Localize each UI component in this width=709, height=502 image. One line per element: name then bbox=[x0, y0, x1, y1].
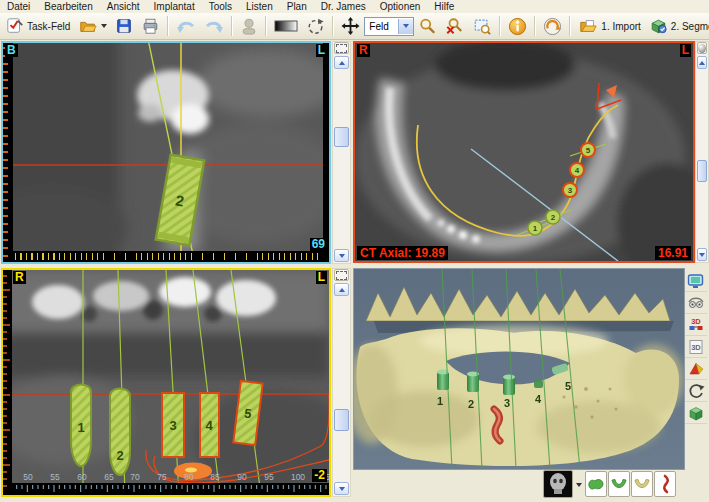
scroll-up-button[interactable] bbox=[334, 283, 349, 296]
cross-section-scrollbar bbox=[332, 41, 351, 264]
horizontal-ruler bbox=[13, 251, 323, 262]
vertical-ruler bbox=[3, 43, 13, 262]
step-segment-button[interactable]: 2. Segmentieren bbox=[645, 14, 709, 38]
menu-user[interactable]: Dr. James bbox=[314, 0, 373, 13]
display-mode-button[interactable] bbox=[685, 270, 707, 292]
implant-number: 2 bbox=[551, 213, 556, 222]
preset-dropdown-arrow[interactable] bbox=[576, 483, 582, 487]
menu-optionen[interactable]: Optionen bbox=[373, 0, 428, 13]
volume-preset-row bbox=[355, 469, 684, 500]
menu-plan[interactable]: Plan bbox=[280, 0, 314, 13]
task-panel-button[interactable]: Task-Feld bbox=[2, 14, 74, 38]
window-level-icon bbox=[274, 18, 298, 34]
scroll-thumb[interactable] bbox=[697, 160, 707, 182]
implant-number: 5 bbox=[565, 380, 571, 392]
volume-canvas[interactable]: 1 2 3 4 5 bbox=[354, 269, 684, 469]
open-button[interactable] bbox=[74, 14, 111, 38]
open-dropdown-arrow[interactable] bbox=[101, 24, 107, 28]
3d-scene-button[interactable]: 3D bbox=[685, 336, 707, 358]
orientation-label-r: R bbox=[357, 44, 370, 57]
scroll-up-button[interactable] bbox=[697, 56, 707, 69]
toolbar-separator bbox=[265, 16, 267, 36]
axial-viewport[interactable]: 1 2 3 4 5 R L CT Axial: 19.89 16.91 bbox=[353, 41, 695, 263]
scroll-up-button[interactable] bbox=[334, 56, 349, 69]
axial-status-right: 16.91 bbox=[655, 246, 691, 260]
zoom-in-button[interactable] bbox=[414, 14, 441, 38]
segment-bone-button[interactable] bbox=[631, 471, 653, 497]
svg-text:3D: 3D bbox=[691, 317, 701, 326]
print-button[interactable] bbox=[137, 14, 164, 38]
surface-quality-button[interactable] bbox=[685, 358, 707, 380]
scroll-down-button[interactable] bbox=[334, 249, 349, 262]
xray-preview-button[interactable] bbox=[543, 470, 573, 498]
toolbar-separator bbox=[569, 16, 571, 36]
segment-maxilla-button[interactable] bbox=[585, 471, 607, 497]
slice-number: -2 bbox=[312, 469, 327, 482]
patient-button[interactable] bbox=[236, 14, 262, 38]
orientation-cube-button[interactable] bbox=[685, 402, 707, 424]
menu-implantat[interactable]: Implantat bbox=[147, 0, 202, 13]
svg-text:70: 70 bbox=[130, 472, 140, 482]
save-button[interactable] bbox=[111, 14, 137, 38]
rotate-3d-button[interactable] bbox=[685, 380, 707, 402]
scroll-down-button[interactable] bbox=[697, 248, 707, 261]
orientation-label-l: L bbox=[680, 44, 691, 57]
menu-ansicht[interactable]: Ansicht bbox=[100, 0, 147, 13]
orientation-label-l: L bbox=[316, 271, 327, 284]
menu-datei[interactable]: Datei bbox=[0, 0, 37, 13]
panoramic-scrollbar bbox=[332, 268, 351, 497]
segment-bone-icon bbox=[633, 474, 651, 494]
volume-viewport[interactable]: 1 2 3 4 5 bbox=[353, 268, 685, 470]
pan-button[interactable] bbox=[337, 14, 364, 38]
menu-hilfe[interactable]: Hilfe bbox=[427, 0, 461, 13]
scroll-thumb[interactable] bbox=[334, 127, 349, 147]
svg-text:85: 85 bbox=[210, 472, 220, 482]
axial-canvas[interactable]: 1 2 3 4 5 bbox=[355, 43, 693, 261]
segment-nerve-icon bbox=[656, 474, 674, 494]
perspective-button[interactable] bbox=[685, 292, 707, 314]
toolbar-separator bbox=[534, 16, 536, 36]
menubar: Datei Bearbeiten Ansicht Implantat Tools… bbox=[0, 0, 709, 14]
menu-tools[interactable]: Tools bbox=[202, 0, 239, 13]
field-select-arrow[interactable] bbox=[398, 19, 413, 34]
scroll-thumb[interactable] bbox=[334, 409, 349, 431]
3d-glasses-icon: 3D bbox=[687, 316, 705, 334]
implant-number: 1 bbox=[437, 395, 443, 407]
panoramic-canvas[interactable]: 1 2 3 4 5 45 50 55 60 65 bbox=[3, 270, 329, 495]
toolbar-separator bbox=[167, 16, 169, 36]
step-import-button[interactable]: 1. Import bbox=[574, 14, 644, 38]
scroll-down-button[interactable] bbox=[334, 482, 349, 495]
rotate-view-button[interactable] bbox=[302, 14, 329, 38]
segment-mandible-button[interactable] bbox=[608, 471, 630, 497]
zoom-region-button[interactable] bbox=[468, 14, 496, 38]
segment-nerve-button[interactable] bbox=[654, 471, 676, 497]
menu-listen[interactable]: Listen bbox=[239, 0, 280, 13]
svg-text:100: 100 bbox=[291, 472, 305, 482]
marquee-icon bbox=[336, 271, 347, 280]
implant-number: 4 bbox=[535, 393, 542, 405]
sync-views-button[interactable] bbox=[539, 14, 566, 38]
full-view-toggle[interactable] bbox=[334, 42, 349, 54]
field-select[interactable]: Feld bbox=[364, 17, 414, 36]
print-icon bbox=[141, 17, 160, 35]
panoramic-viewport[interactable]: 1 2 3 4 5 45 50 55 60 65 bbox=[1, 268, 331, 497]
cross-section-canvas[interactable]: 2 bbox=[13, 43, 323, 251]
info-button[interactable] bbox=[504, 14, 531, 38]
redo-button[interactable] bbox=[200, 14, 228, 38]
svg-text:60: 60 bbox=[77, 472, 87, 482]
window-level-button[interactable] bbox=[270, 14, 302, 38]
full-view-toggle[interactable] bbox=[334, 269, 349, 281]
anaglyph-button[interactable]: 3D bbox=[685, 314, 707, 336]
implant-number: 4 bbox=[575, 166, 580, 175]
cross-section-viewport[interactable]: 2 B L 69 bbox=[1, 41, 331, 264]
zoom-off-button[interactable] bbox=[441, 14, 468, 38]
trackball-button[interactable] bbox=[697, 42, 707, 54]
implant-number: 1 bbox=[533, 224, 538, 233]
implant-number: 3 bbox=[169, 418, 176, 433]
undo-button[interactable] bbox=[172, 14, 200, 38]
zoom-region-icon bbox=[472, 17, 492, 35]
menu-bearbeiten[interactable]: Bearbeiten bbox=[37, 0, 99, 13]
perspective-icon bbox=[687, 294, 705, 312]
step-segment-label: 2. Segmentieren bbox=[671, 21, 709, 32]
patient-icon bbox=[240, 17, 258, 35]
